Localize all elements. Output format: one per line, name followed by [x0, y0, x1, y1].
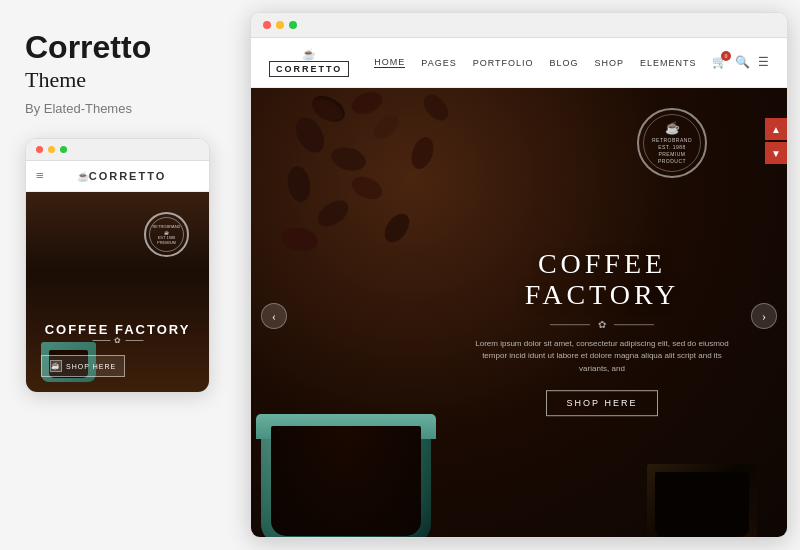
theme-author: By Elated-Themes — [25, 101, 230, 116]
desktop-mockup: ☕ CORRETTO HOME PAGES PORTFOLIO BLOG SHO… — [250, 12, 788, 538]
desktop-nav: ☕ CORRETTO HOME PAGES PORTFOLIO BLOG SHO… — [251, 38, 787, 88]
hero-body-text: Lorem ipsum dolor sit amet, consectetur … — [467, 338, 737, 376]
prev-slide-button[interactable]: ‹ — [261, 303, 287, 329]
mobile-logo-text: CORRETTO — [89, 170, 167, 182]
mobile-hero-title: COFFEE FACTORY — [26, 322, 209, 337]
desktop-nav-links: HOME PAGES PORTFOLIO BLOG SHOP ELEMENTS — [374, 57, 712, 68]
mobile-mockup: ≡ ☕ CORRETTO RETROBRAND☕EST 1988PREMIUM — [25, 138, 210, 393]
mobile-dot-3 — [60, 146, 67, 153]
nav-link-portfolio[interactable]: PORTFOLIO — [473, 58, 534, 68]
nav-link-shop[interactable]: SHOP — [595, 58, 625, 68]
coffee-bean-5 — [329, 144, 369, 174]
coffee-bean-12 — [380, 209, 415, 247]
theme-subtitle: Theme — [25, 67, 230, 93]
hamburger-icon[interactable]: ≡ — [36, 168, 44, 184]
mobile-badge-text: RETROBRAND☕EST 1988PREMIUM — [152, 224, 180, 245]
hero-badge-coffee-icon: ☕ — [665, 121, 680, 136]
desktop-logo-icon: ☕ — [302, 48, 316, 61]
teal-cup-body — [261, 414, 431, 538]
mobile-shop-button[interactable]: ☕ SHOP HERE — [41, 355, 125, 377]
search-icon[interactable]: 🔍 — [735, 55, 750, 70]
browser-dot-3 — [289, 21, 297, 29]
mobile-badge-inner: RETROBRAND☕EST 1988PREMIUM — [149, 217, 184, 252]
mobile-badge: RETROBRAND☕EST 1988PREMIUM — [144, 212, 189, 257]
teal-cup-inside — [271, 426, 421, 536]
black-cup-inside — [655, 472, 749, 537]
mobile-logo-area: ☕ CORRETTO — [44, 170, 199, 182]
hero-divider-line-right — [614, 324, 654, 325]
menu-icon[interactable]: ☰ — [758, 55, 769, 70]
hero-badge: ☕ RETROBRANDEST. 1988PREMIUMPRODUCT — [637, 108, 707, 178]
mobile-browser-bar — [26, 139, 209, 161]
browser-dot-1 — [263, 21, 271, 29]
next-arrow-icon: › — [762, 309, 766, 324]
black-cup — [647, 444, 767, 538]
teal-cup — [251, 384, 471, 538]
coffee-bean-4 — [369, 110, 403, 144]
browser-dot-2 — [276, 21, 284, 29]
coffee-bean-10 — [419, 90, 453, 125]
coffee-bean-7 — [285, 164, 313, 203]
mobile-divider-icon: ✿ — [114, 336, 121, 345]
nav-link-pages[interactable]: PAGES — [421, 58, 456, 68]
red-btn-top-icon: ▲ — [771, 124, 781, 135]
hero-divider-line-left — [550, 324, 590, 325]
mobile-dot-2 — [48, 146, 55, 153]
nav-link-elements[interactable]: ELEMENTS — [640, 58, 697, 68]
hero-main-title: COFFEE FACTORY — [467, 249, 737, 311]
red-button-bottom[interactable]: ▼ — [765, 142, 787, 164]
hero-badge-inner: ☕ RETROBRANDEST. 1988PREMIUMPRODUCT — [643, 114, 701, 172]
hero-content: COFFEE FACTORY ✿ Lorem ipsum dolor sit a… — [467, 249, 737, 416]
hero-shop-button[interactable]: SHOP HERE — [546, 390, 659, 416]
red-btn-bottom-icon: ▼ — [771, 148, 781, 159]
red-buttons: ▲ ▼ — [765, 118, 787, 164]
right-panel: ☕ CORRETTO HOME PAGES PORTFOLIO BLOG SHO… — [250, 0, 800, 550]
mobile-dot-1 — [36, 146, 43, 153]
nav-link-home[interactable]: HOME — [374, 57, 405, 68]
mobile-divider-line-left — [92, 340, 110, 341]
red-button-top[interactable]: ▲ — [765, 118, 787, 140]
coffee-bean-2 — [349, 88, 386, 118]
black-cup-body — [647, 464, 757, 538]
hero-divider: ✿ — [467, 319, 737, 330]
shop-btn-icon: ☕ — [50, 360, 62, 372]
mobile-hero: RETROBRAND☕EST 1988PREMIUM COFFEE FACTOR… — [26, 192, 209, 392]
cart-icon[interactable]: 🛒0 — [712, 55, 727, 70]
desktop-browser-bar — [251, 13, 787, 38]
nav-link-blog[interactable]: BLOG — [550, 58, 579, 68]
desktop-logo-text: CORRETTO — [269, 61, 349, 77]
cart-badge: 0 — [721, 51, 731, 61]
coffee-bean-11 — [279, 225, 319, 254]
mobile-shop-label: SHOP HERE — [66, 363, 116, 370]
desktop-nav-icons: 🛒0 🔍 ☰ — [712, 55, 769, 70]
mobile-divider-line-right — [125, 340, 143, 341]
mobile-nav: ≡ ☕ CORRETTO — [26, 161, 209, 192]
left-panel: Corretto Theme By Elated-Themes ≡ ☕ CORR… — [0, 0, 250, 550]
desktop-logo-area: ☕ CORRETTO — [269, 48, 349, 77]
hero-divider-icon: ✿ — [598, 319, 606, 330]
mobile-divider: ✿ — [92, 336, 143, 345]
desktop-hero: ‹ › ▲ ▼ ☕ RETROBRANDEST. 1988PREMIUMPROD… — [251, 88, 787, 538]
coffee-bean-9 — [313, 195, 353, 232]
mobile-logo-icon: ☕ — [77, 171, 89, 182]
prev-arrow-icon: ‹ — [272, 309, 276, 324]
theme-title: Corretto — [25, 30, 230, 65]
hero-badge-text: RETROBRANDEST. 1988PREMIUMPRODUCT — [652, 137, 692, 165]
coffee-bean-8 — [348, 172, 385, 204]
coffee-bean-6 — [407, 134, 437, 172]
next-slide-button[interactable]: › — [751, 303, 777, 329]
